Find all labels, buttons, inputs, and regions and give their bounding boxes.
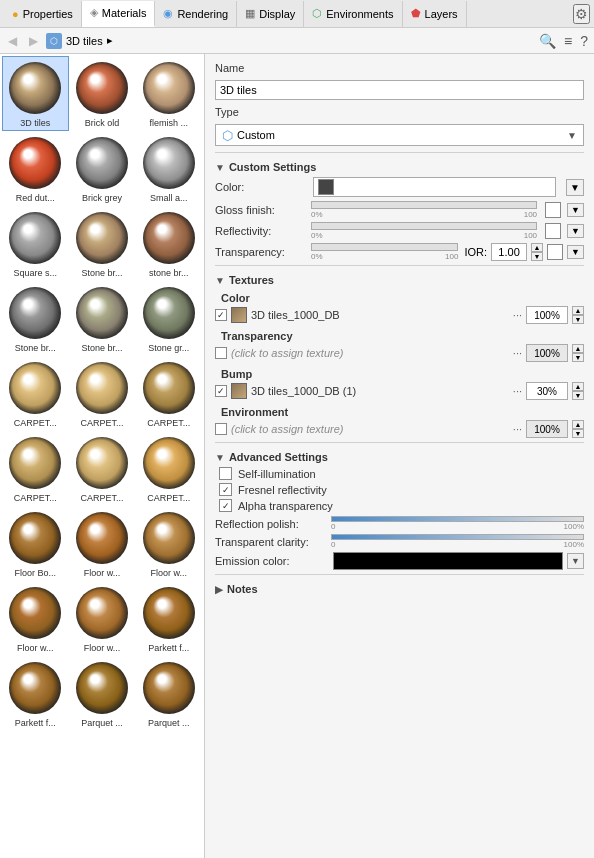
material-item[interactable]: CARPET... (135, 356, 202, 431)
menu-button[interactable]: ≡ (562, 31, 574, 51)
material-item[interactable]: Square s... (2, 206, 69, 281)
ior-input[interactable] (491, 243, 527, 261)
tab-properties[interactable]: ● Properties (4, 1, 82, 27)
material-item[interactable]: stone br... (135, 206, 202, 281)
material-item[interactable]: Stone gr... (135, 281, 202, 356)
tab-environments[interactable]: ⬡ Environments (304, 1, 402, 27)
transparent-clarity-max: 100% (564, 540, 584, 549)
fresnel-checkbox[interactable] (219, 483, 232, 496)
material-item[interactable]: Floor w... (69, 506, 136, 581)
material-item[interactable]: Red dut... (2, 131, 69, 206)
bump-texture-pct[interactable]: 30% (526, 382, 568, 400)
reflectivity-slider-track[interactable] (311, 222, 537, 230)
material-item[interactable]: Floor Bo... (2, 506, 69, 581)
emission-dropdown-arrow[interactable]: ▼ (567, 553, 584, 569)
environment-texture-name[interactable]: (click to assign texture) (231, 423, 509, 435)
alpha-checkbox[interactable] (219, 499, 232, 512)
material-item[interactable]: Stone br... (2, 281, 69, 356)
bump-texture-checkbox[interactable] (215, 385, 227, 397)
color-dropdown-arrow[interactable]: ▼ (566, 179, 584, 196)
fresnel-label: Fresnel reflectivity (238, 484, 327, 496)
transparency-texture-pct[interactable]: 100% (526, 344, 568, 362)
custom-settings-header[interactable]: ▼ Custom Settings (215, 161, 584, 173)
transparency-slider-track[interactable] (311, 243, 458, 251)
material-item[interactable]: Parquet ... (135, 656, 202, 731)
advanced-settings-header[interactable]: ▼ Advanced Settings (215, 451, 584, 463)
reflection-polish-nums: 0 100% (331, 522, 584, 531)
transparent-clarity-min: 0 (331, 540, 335, 549)
transparent-clarity-slider[interactable]: 0 100% (331, 534, 584, 549)
material-thumbnail (140, 434, 198, 492)
tab-rendering[interactable]: ◉ Rendering (155, 1, 237, 27)
reflectivity-dropdown[interactable]: ▼ (567, 224, 584, 238)
material-item[interactable]: 3D tiles (2, 56, 69, 131)
material-item[interactable]: Floor w... (2, 581, 69, 656)
material-item[interactable]: CARPET... (2, 431, 69, 506)
tab-display[interactable]: ▦ Display (237, 1, 304, 27)
material-label: stone br... (140, 268, 198, 278)
help-button[interactable]: ? (578, 31, 590, 51)
material-item[interactable]: CARPET... (69, 431, 136, 506)
back-button[interactable]: ◀ (4, 32, 21, 50)
material-label: Parkett f... (140, 643, 198, 653)
material-item[interactable]: CARPET... (135, 431, 202, 506)
environment-texture-pct[interactable]: 100% (526, 420, 568, 438)
color-texture-pct[interactable]: 100% (526, 306, 568, 324)
material-item[interactable]: Floor w... (69, 581, 136, 656)
tab-materials[interactable]: ◈ Materials (82, 1, 156, 27)
material-item[interactable]: Stone br... (69, 281, 136, 356)
notes-header[interactable]: ▶ Notes (215, 583, 584, 595)
name-input[interactable] (215, 80, 584, 100)
material-label: Parquet ... (140, 718, 198, 728)
material-label: Floor w... (73, 568, 131, 578)
material-item[interactable]: Brick old (69, 56, 136, 131)
environment-texture-checkbox[interactable] (215, 423, 227, 435)
material-item[interactable]: flemish ... (135, 56, 202, 131)
color-pct-down[interactable]: ▼ (572, 315, 584, 324)
material-item[interactable]: Floor w... (135, 506, 202, 581)
self-illumination-checkbox[interactable] (219, 467, 232, 480)
settings-button[interactable]: ⚙ (573, 4, 590, 24)
gloss-dropdown[interactable]: ▼ (567, 203, 584, 217)
environment-pct-down[interactable]: ▼ (572, 429, 584, 438)
reflection-polish-slider[interactable]: 0 100% (331, 516, 584, 531)
color-texture-name[interactable]: 3D tiles_1000_DB (251, 309, 509, 321)
search-button[interactable]: 🔍 (537, 31, 558, 51)
bump-pct-up[interactable]: ▲ (572, 382, 584, 391)
color-button[interactable] (313, 177, 556, 197)
transparency-pct-down[interactable]: ▼ (572, 353, 584, 362)
material-thumbnail (73, 134, 131, 192)
transparency-dropdown[interactable]: ▼ (567, 245, 584, 259)
material-item[interactable]: Parkett f... (135, 581, 202, 656)
material-list-scroll[interactable]: 3D tilesBrick oldflemish ...Red dut...Br… (0, 54, 204, 858)
color-pct-up[interactable]: ▲ (572, 306, 584, 315)
bump-texture-dots[interactable]: ··· (513, 385, 522, 397)
tab-layers[interactable]: ⬟ Layers (403, 1, 467, 27)
gloss-slider-track[interactable] (311, 201, 537, 209)
material-item[interactable]: Parquet ... (69, 656, 136, 731)
transparency-pct-up[interactable]: ▲ (572, 344, 584, 353)
material-item[interactable]: Stone br... (69, 206, 136, 281)
forward-button[interactable]: ▶ (25, 32, 42, 50)
environment-texture-dots[interactable]: ··· (513, 423, 522, 435)
emission-color-swatch[interactable] (333, 552, 563, 570)
transparency-texture-dots[interactable]: ··· (513, 347, 522, 359)
bump-texture-name[interactable]: 3D tiles_1000_DB (1) (251, 385, 509, 397)
transparency-texture-checkbox[interactable] (215, 347, 227, 359)
ior-spin-down[interactable]: ▼ (531, 252, 543, 261)
material-thumbnail (140, 509, 198, 567)
divider-3 (215, 442, 584, 443)
material-item[interactable]: CARPET... (69, 356, 136, 431)
type-dropdown[interactable]: ⬡ Custom ▼ (215, 124, 584, 146)
material-item[interactable]: Parkett f... (2, 656, 69, 731)
textures-header[interactable]: ▼ Textures (215, 274, 584, 286)
color-texture-dots[interactable]: ··· (513, 309, 522, 321)
material-item[interactable]: Brick grey (69, 131, 136, 206)
ior-spin-up[interactable]: ▲ (531, 243, 543, 252)
color-texture-checkbox[interactable] (215, 309, 227, 321)
environment-pct-up[interactable]: ▲ (572, 420, 584, 429)
transparency-texture-name[interactable]: (click to assign texture) (231, 347, 509, 359)
bump-pct-down[interactable]: ▼ (572, 391, 584, 400)
material-item[interactable]: Small a... (135, 131, 202, 206)
material-item[interactable]: CARPET... (2, 356, 69, 431)
